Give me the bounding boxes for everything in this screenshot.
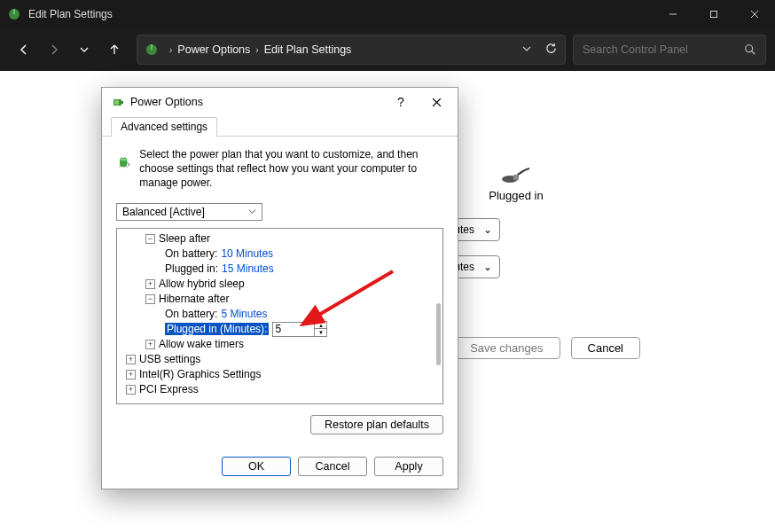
collapse-icon[interactable]: − — [145, 294, 155, 304]
content-area: use. Plugged in minutes⌄ minutes⌄ Save c… — [0, 71, 775, 532]
svg-rect-13 — [121, 101, 123, 104]
hibernate-plugged-input[interactable] — [272, 322, 315, 337]
dialog-title: Power Options — [130, 96, 383, 108]
chevron-down-icon — [248, 206, 256, 218]
tree-item-sleep-on-battery[interactable]: On battery:10 Minutes — [117, 246, 442, 262]
refresh-button[interactable] — [544, 42, 558, 59]
dialog-cancel-button[interactable]: Cancel — [298, 457, 367, 476]
ok-button[interactable]: OK — [222, 457, 291, 476]
nav-bar: › Power Options › Edit Plan Settings — [0, 28, 775, 71]
svg-rect-11 — [513, 175, 519, 180]
battery-icon — [111, 95, 125, 109]
svg-point-8 — [746, 45, 753, 52]
expand-icon[interactable]: + — [126, 355, 136, 364]
chevron-right-icon: › — [255, 45, 258, 55]
window-title: Edit Plan Settings — [28, 8, 653, 20]
spin-up-icon[interactable]: ▲ — [315, 322, 326, 329]
window-titlebar: Edit Plan Settings — [0, 0, 775, 28]
nav-back-button[interactable] — [9, 35, 39, 65]
cancel-button[interactable]: Cancel — [571, 337, 640, 359]
nav-forward-button[interactable] — [39, 35, 69, 65]
dialog-close-button[interactable] — [419, 90, 454, 114]
hibernate-on-battery-value[interactable]: 5 Minutes — [221, 308, 267, 320]
restore-defaults-button[interactable]: Restore plan defaults — [310, 415, 443, 434]
dialog-help-button[interactable]: ? — [383, 90, 419, 114]
chevron-right-icon: › — [169, 45, 172, 55]
tab-strip: Advanced settings — [102, 116, 458, 137]
collapse-icon[interactable]: − — [145, 234, 155, 244]
svg-rect-3 — [711, 12, 717, 18]
plan-select-value: Balanced [Active] — [122, 206, 205, 218]
app-icon — [7, 7, 21, 21]
tree-item-sleep-plugged-in[interactable]: Plugged in:15 Minutes — [117, 262, 442, 277]
maximize-button[interactable] — [693, 0, 734, 28]
tree-item-wake-timers[interactable]: +Allow wake timers — [117, 337, 442, 352]
svg-rect-20 — [124, 157, 126, 159]
sleep-on-battery-value[interactable]: 10 Minutes — [221, 247, 273, 260]
plug-icon — [501, 166, 531, 185]
svg-rect-1 — [13, 9, 15, 14]
expand-icon[interactable]: + — [145, 340, 155, 349]
svg-rect-14 — [114, 100, 119, 105]
dialog-intro-text: Select the power plan that you want to c… — [139, 147, 443, 191]
tree-item-hibernate-on-battery[interactable]: On battery:5 Minutes — [117, 307, 442, 322]
power-options-dialog: Power Options ? Advanced settings Select… — [101, 87, 458, 489]
tree-item-hibernate-plugged-in[interactable]: Plugged in (Minutes): ▲▼ — [117, 322, 442, 337]
settings-tree[interactable]: −Sleep after On battery:10 Minutes Plugg… — [116, 228, 443, 404]
breadcrumb-icon — [145, 43, 159, 57]
search-bar[interactable] — [573, 35, 766, 65]
svg-point-18 — [120, 158, 127, 160]
breadcrumb-bar[interactable]: › Power Options › Edit Plan Settings — [137, 35, 566, 65]
sleep-plugged-value[interactable]: 15 Minutes — [222, 262, 274, 275]
hibernate-plugged-label-selected: Plugged in (Minutes): — [165, 323, 269, 335]
save-changes-button[interactable]: Save changes — [453, 337, 560, 359]
nav-up-button[interactable] — [99, 35, 129, 65]
tree-item-sleep-after[interactable]: −Sleep after — [117, 231, 442, 246]
tree-item-usb-settings[interactable]: +USB settings — [117, 352, 442, 367]
search-icon — [744, 43, 756, 56]
expand-icon[interactable]: + — [126, 385, 136, 395]
scrollbar-thumb[interactable] — [436, 303, 441, 365]
dialog-titlebar[interactable]: Power Options ? — [102, 88, 458, 116]
spin-down-icon[interactable]: ▼ — [315, 329, 326, 336]
tab-advanced-settings[interactable]: Advanced settings — [111, 117, 217, 137]
tree-item-pci-express[interactable]: +PCI Express — [117, 382, 442, 397]
expand-icon[interactable]: + — [145, 279, 155, 289]
svg-rect-19 — [121, 157, 123, 159]
svg-line-9 — [752, 51, 755, 55]
bg-plugged-in-label: Plugged in — [489, 189, 543, 202]
spinner-buttons[interactable]: ▲▼ — [315, 321, 327, 337]
search-input[interactable] — [583, 43, 744, 56]
minimize-button[interactable] — [653, 0, 693, 28]
breadcrumb-item-edit-plan[interactable]: Edit Plan Settings — [264, 43, 352, 56]
tree-item-hibernate-after[interactable]: −Hibernate after — [117, 292, 442, 307]
plan-select[interactable]: Balanced [Active] — [116, 203, 262, 221]
breadcrumb-item-power-options[interactable]: Power Options — [177, 43, 250, 56]
close-button[interactable] — [734, 0, 775, 28]
tree-item-hybrid-sleep[interactable]: +Allow hybrid sleep — [117, 277, 442, 292]
svg-rect-7 — [151, 44, 153, 50]
nav-history-button[interactable] — [69, 35, 99, 65]
expand-icon[interactable]: + — [126, 370, 136, 379]
battery-large-icon — [116, 147, 130, 177]
tree-item-intel-graphics[interactable]: +Intel(R) Graphics Settings — [117, 367, 442, 382]
apply-button[interactable]: Apply — [374, 457, 443, 476]
chevron-down-icon: ⌄ — [483, 261, 492, 273]
breadcrumb-dropdown-icon[interactable] — [521, 42, 532, 58]
chevron-down-icon: ⌄ — [483, 223, 492, 236]
